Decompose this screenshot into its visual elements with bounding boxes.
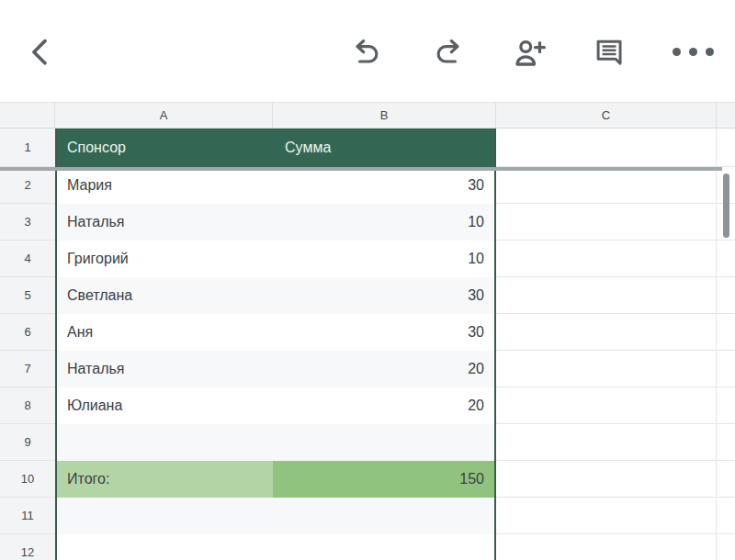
row-number-cell[interactable]: 6 <box>0 314 55 351</box>
cell-C8[interactable] <box>496 387 717 424</box>
cell-B6[interactable]: 30 <box>273 314 496 351</box>
row-number-cell[interactable]: 10 <box>0 461 55 498</box>
select-all-corner[interactable] <box>0 103 55 128</box>
vertical-scrollbar-thumb[interactable] <box>723 174 729 238</box>
cell-D9[interactable] <box>717 424 735 461</box>
cell-D6[interactable] <box>717 314 735 351</box>
row-number-cell[interactable]: 9 <box>0 424 55 461</box>
sheet-row: 10Итого:150 <box>0 461 735 498</box>
add-person-icon[interactable] <box>513 36 548 71</box>
sheet-row: 5Светлана30 <box>0 277 735 314</box>
cell-A10[interactable]: Итого: <box>55 461 273 498</box>
undo-icon[interactable] <box>352 37 383 68</box>
cell-C6[interactable] <box>496 314 717 351</box>
top-toolbar <box>0 0 735 103</box>
row-number-cell[interactable]: 12 <box>0 534 55 560</box>
column-header-a[interactable]: A <box>55 103 273 128</box>
cell-B11[interactable] <box>273 498 496 534</box>
dot <box>673 48 681 56</box>
cell-A6[interactable]: Аня <box>55 314 273 351</box>
column-header-d-sliver[interactable] <box>717 103 735 128</box>
cell-A2[interactable]: Мария <box>55 167 273 204</box>
sheet-row: 2Мария30 <box>0 167 735 204</box>
dot <box>689 48 697 56</box>
cell-D11[interactable] <box>717 498 735 534</box>
cell-C7[interactable] <box>496 351 717 387</box>
cell-B4[interactable]: 10 <box>273 241 496 277</box>
cell-B7[interactable]: 20 <box>273 351 496 387</box>
cell-B9[interactable] <box>273 424 496 461</box>
sheet-row: 7Наталья20 <box>0 351 735 387</box>
more-options-icon[interactable] <box>673 48 715 57</box>
cell-C5[interactable] <box>496 277 717 314</box>
row-number-cell[interactable]: 8 <box>0 387 55 424</box>
comment-icon[interactable] <box>594 37 625 68</box>
sheet-rows: 1СпонсорСумма2Мария303Наталья104Григорий… <box>0 129 735 560</box>
sheet-row: 8Юлиана20 <box>0 387 735 424</box>
row-number-cell[interactable]: 3 <box>0 204 55 241</box>
dot <box>706 48 714 56</box>
sheet-row: 4Григорий10 <box>0 241 735 277</box>
cell-D4[interactable] <box>717 241 735 277</box>
sheet-row: 3Наталья10 <box>0 204 735 241</box>
cell-D8[interactable] <box>717 387 735 424</box>
cell-B5[interactable]: 30 <box>273 277 496 314</box>
cell-A12[interactable] <box>55 534 273 560</box>
row-number-cell[interactable]: 4 <box>0 241 55 277</box>
sheet-row: 6Аня30 <box>0 314 735 351</box>
cell-C4[interactable] <box>496 241 717 277</box>
cell-A4[interactable]: Григорий <box>55 241 273 277</box>
cell-B8[interactable]: 20 <box>273 387 496 424</box>
cell-A11[interactable] <box>55 498 273 534</box>
cell-B1[interactable]: Сумма <box>273 129 496 167</box>
cell-D7[interactable] <box>717 351 735 387</box>
cell-C11[interactable] <box>496 498 717 534</box>
cell-A8[interactable]: Юлиана <box>55 387 273 424</box>
cell-B12[interactable] <box>273 534 496 560</box>
sheet-row: 12 <box>0 534 735 560</box>
cell-B2[interactable]: 30 <box>273 167 496 204</box>
row-number-cell[interactable]: 2 <box>0 167 55 204</box>
cell-A3[interactable]: Наталья <box>55 204 273 241</box>
sheet-row: 1СпонсорСумма <box>0 129 735 167</box>
row-number-cell[interactable]: 1 <box>0 129 55 167</box>
row-number-cell[interactable]: 7 <box>0 351 55 387</box>
cell-C9[interactable] <box>496 424 717 461</box>
cell-A9[interactable] <box>55 424 273 461</box>
back-icon[interactable] <box>25 36 56 67</box>
cell-B10[interactable]: 150 <box>273 461 496 498</box>
cell-C2[interactable] <box>496 167 717 204</box>
cell-D5[interactable] <box>717 277 735 314</box>
cell-A1[interactable]: Спонсор <box>55 129 273 167</box>
cell-C10[interactable] <box>496 461 717 498</box>
spreadsheet-app: A B C 1СпонсорСумма2Мария303Наталья104Гр… <box>0 0 735 560</box>
frozen-row-divider[interactable] <box>0 167 722 171</box>
column-header-b[interactable]: B <box>273 103 496 128</box>
sheet-row: 11 <box>0 498 735 534</box>
sheet-row: 9 <box>0 424 735 461</box>
cell-D1[interactable] <box>717 129 735 167</box>
cell-C3[interactable] <box>496 204 717 241</box>
cell-D12[interactable] <box>717 534 735 560</box>
cell-C1[interactable] <box>496 129 717 167</box>
redo-icon[interactable] <box>432 37 463 68</box>
cell-A7[interactable]: Наталья <box>55 351 273 387</box>
column-header-c[interactable]: C <box>496 103 717 128</box>
row-number-cell[interactable]: 5 <box>0 277 55 314</box>
row-number-cell[interactable]: 11 <box>0 498 55 534</box>
cell-C12[interactable] <box>496 534 717 560</box>
cell-B3[interactable]: 10 <box>273 204 496 241</box>
column-header-band: A B C <box>0 103 735 129</box>
cell-D10[interactable] <box>717 461 735 498</box>
cell-A5[interactable]: Светлана <box>55 277 273 314</box>
